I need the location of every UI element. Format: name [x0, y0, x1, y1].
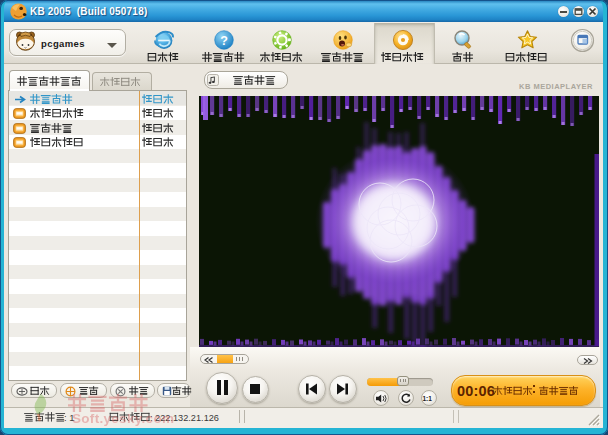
svg-text:?: ? [220, 34, 228, 48]
